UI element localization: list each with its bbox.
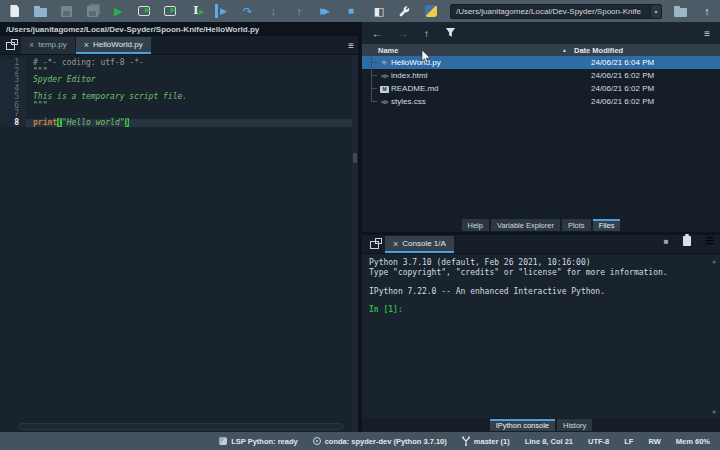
pane-tab-variable-explorer[interactable]: Variable Explorer: [491, 219, 560, 231]
column-header-name[interactable]: Name: [362, 46, 562, 55]
files-forward-icon[interactable]: →: [398, 28, 408, 39]
status-lf: LF: [624, 437, 633, 446]
console-line: [369, 277, 706, 287]
run-current-line-icon[interactable]: ↷: [241, 4, 255, 18]
right-column: ← → ↑ ≡ Name ▲ Date Modified: [362, 22, 720, 432]
console-tab[interactable]: × Console 1/A: [385, 236, 454, 253]
browse-working-directory-icon[interactable]: [674, 4, 688, 18]
files-parent-icon[interactable]: ↑: [424, 28, 429, 39]
save-all-icon[interactable]: [86, 4, 100, 18]
editor-options-menu-icon[interactable]: ≡: [348, 40, 354, 51]
stop-debug-icon[interactable]: ■: [344, 4, 358, 18]
files-table: Name ▲ Date Modified ✳HelloWorld.py24/06…: [362, 44, 720, 108]
console-tabbar: × Console 1/A ■ ≡: [362, 235, 720, 254]
pane-tab-help[interactable]: Help: [462, 219, 489, 231]
console-tabs: × Console 1/A: [385, 236, 454, 253]
code-line: 5This is a temporary script file.: [0, 93, 358, 102]
run-cell-advance-icon[interactable]: ▶: [163, 4, 177, 18]
code-editor[interactable]: 1# -*- coding: utf-8 -*-2"""3Spyder Edit…: [0, 55, 358, 432]
status-bar: LSP Python: readyconda: spyder-dev (Pyth…: [0, 432, 720, 450]
pane-tab-ipython-console[interactable]: IPython console: [490, 419, 555, 431]
console-options-menu-icon[interactable]: ≡: [705, 232, 714, 250]
step-into-icon[interactable]: ↓: [266, 4, 280, 18]
debug-file-icon[interactable]: ▶: [215, 4, 229, 18]
run-cell-icon[interactable]: ▶: [137, 4, 151, 18]
tree-branch: [368, 95, 378, 108]
scroll-up-icon[interactable]: ▲: [712, 256, 716, 266]
files-back-icon[interactable]: ←: [372, 28, 382, 39]
file-row[interactable]: MREADME.md24/06/21 6:02 PM: [362, 82, 720, 95]
line-text: print("Hello world"): [26, 119, 358, 128]
step-return-icon[interactable]: ↑: [292, 4, 306, 18]
file-rows: ✳HelloWorld.py24/06/21 6:04 PM</>index.h…: [362, 56, 720, 108]
status-utf-8: UTF-8: [588, 437, 609, 446]
code-line: 8print("Hello world"): [0, 119, 358, 128]
file-row[interactable]: </>styles.css24/06/21 6:02 PM: [362, 95, 720, 108]
file-row[interactable]: ✳HelloWorld.py24/06/21 6:04 PM: [362, 56, 720, 69]
status-label: Mem 60%: [676, 437, 710, 446]
browse-consoles-icon[interactable]: [370, 241, 379, 249]
tab-label: HelloWorld.py: [93, 40, 143, 49]
combobox-dropdown-icon[interactable]: ▾: [650, 5, 661, 18]
parent-directory-icon[interactable]: ↑: [700, 4, 714, 18]
markdown-glyph: M: [380, 86, 389, 93]
token: "Hello world": [62, 118, 125, 127]
editor-tabs: ×temp.py×HelloWorld.py: [21, 37, 151, 54]
new-file-icon[interactable]: [8, 4, 22, 18]
close-tab-icon[interactable]: ×: [84, 40, 89, 50]
editor-scrollflag[interactable]: [352, 55, 358, 432]
close-console-icon[interactable]: ×: [393, 239, 398, 249]
files-filter-icon[interactable]: [445, 26, 456, 40]
pythonpath-manager-icon[interactable]: [424, 4, 438, 18]
console-line: Python 3.7.10 (default, Feb 26 2021, 10:…: [369, 258, 706, 268]
wrench-glyph: [398, 5, 411, 18]
file-date-modified: 24/06/21 6:02 PM: [591, 71, 720, 80]
file-date-modified: 24/06/21 6:04 PM: [591, 58, 720, 67]
tree-branch: [368, 69, 378, 82]
browse-tabs-icon[interactable]: [6, 42, 15, 50]
sort-ascending-icon: ▲: [562, 47, 574, 53]
token: Spyder Editor: [33, 75, 96, 84]
folder-icon: [34, 8, 47, 17]
console-scrollbar[interactable]: ▲ ▼: [709, 256, 719, 416]
column-header-date-modified[interactable]: Date Modified: [574, 46, 720, 55]
clipboard-icon[interactable]: [683, 236, 691, 246]
pane-tab-files[interactable]: Files: [593, 219, 621, 231]
open-file-icon[interactable]: [34, 4, 48, 18]
line-text: """: [26, 102, 358, 111]
close-tab-icon[interactable]: ×: [29, 40, 34, 50]
line-number: 7: [0, 110, 26, 119]
working-directory-combobox[interactable]: /Users/juanitagomez/Local/Dev-Spyder/Spo…: [450, 4, 662, 19]
pane-tab-history[interactable]: History: [557, 419, 592, 431]
editor-tabbar: ×temp.py×HelloWorld.py ≡: [0, 36, 358, 55]
files-options-menu-icon[interactable]: ≡: [704, 28, 710, 39]
file-row[interactable]: </>index.html24/06/21 6:02 PM: [362, 69, 720, 82]
tree-branch: [368, 56, 378, 69]
folder-icon: [674, 8, 687, 17]
run-file-icon[interactable]: ▶: [111, 4, 125, 18]
tab-label: temp.py: [38, 40, 66, 49]
cell-rect-icon: ▶: [138, 6, 150, 16]
editor-tab-HelloWorld.py[interactable]: ×HelloWorld.py: [76, 37, 151, 54]
interrupt-kernel-icon[interactable]: ■: [664, 237, 669, 246]
files-table-header[interactable]: Name ▲ Date Modified: [362, 44, 720, 56]
console-output[interactable]: Python 3.7.10 (default, Feb 26 2021, 10:…: [362, 254, 720, 418]
console-pane: × Console 1/A ■ ≡ Python 3.7.10 (default…: [362, 232, 720, 432]
scroll-down-icon[interactable]: ▼: [712, 407, 716, 417]
maximize-pane-icon[interactable]: ◧: [372, 4, 386, 18]
scrollflag-marker: [353, 153, 357, 163]
files-pane-tabs: HelpVariable ExplorerPlotsFiles: [362, 218, 720, 232]
code-lines: 1# -*- coding: utf-8 -*-2"""3Spyder Edit…: [0, 55, 358, 432]
console-tab-label: Console 1/A: [402, 239, 446, 248]
run-selection-icon[interactable]: ▶I: [189, 4, 203, 18]
document-icon: [10, 5, 19, 17]
pane-tab-plots[interactable]: Plots: [562, 219, 591, 231]
token: print: [33, 118, 57, 127]
status-label: LSP Python: ready: [231, 437, 298, 446]
file-name: README.md: [391, 84, 591, 93]
editor-tab-temp.py[interactable]: ×temp.py: [21, 37, 75, 54]
editor-horizontal-scrollbar[interactable]: [18, 423, 344, 430]
continue-execution-icon[interactable]: ▶▶: [318, 4, 332, 18]
save-file-icon[interactable]: [60, 4, 74, 18]
preferences-wrench-icon[interactable]: [398, 4, 412, 18]
